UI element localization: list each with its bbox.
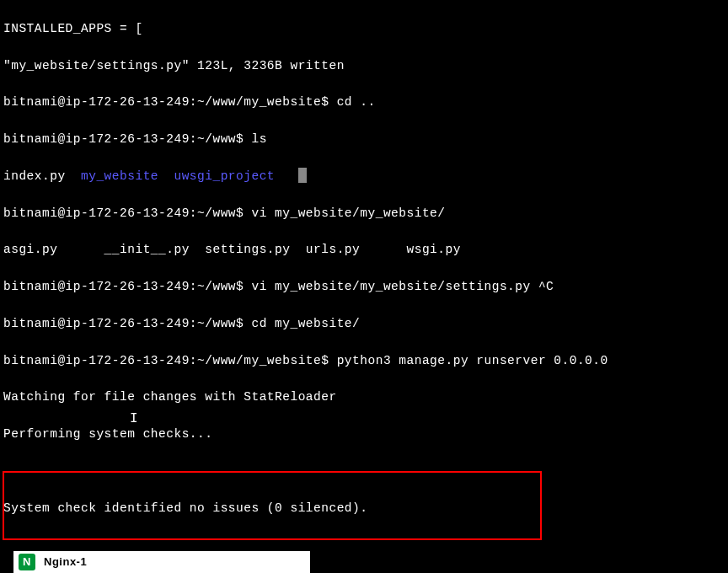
django-output: Watching for file changes with StatReloa…	[3, 388, 725, 407]
django-output: System check identified no issues (0 sil…	[3, 500, 725, 518]
nginx-icon	[19, 554, 35, 570]
prompt-line: bitnami@ip-172-26-13-249:~/www$ vi my_we…	[3, 205, 725, 223]
vim-status: "my_website/settings.py" 123L, 3236B wri…	[3, 57, 725, 76]
blank-line	[3, 463, 725, 481]
django-output: Performing system checks...	[3, 426, 725, 444]
prompt-line: bitnami@ip-172-26-13-249:~/www/my_websit…	[3, 94, 725, 112]
ls-output: index.py my_website uwsgi_project	[3, 168, 725, 186]
prompt-line: bitnami@ip-172-26-13-249:~/www$ vi my_we…	[3, 278, 725, 297]
taskbar-item[interactable]: Nginx-1	[13, 551, 310, 573]
taskbar-label: Nginx-1	[44, 554, 87, 570]
prompt-line: bitnami@ip-172-26-13-249:~/www$ cd my_we…	[3, 315, 725, 334]
prompt-line: bitnami@ip-172-26-13-249:~/www$ ls	[3, 131, 725, 149]
file-list: asgi.py __init__.py settings.py urls.py …	[3, 241, 725, 260]
code-line: INSTALLED_APPS = [	[3, 20, 725, 39]
terminal-output[interactable]: INSTALLED_APPS = [ "my_website/settings.…	[0, 0, 728, 573]
prompt-line: bitnami@ip-172-26-13-249:~/www/my_websit…	[3, 352, 725, 371]
cursor-marker	[298, 168, 307, 183]
